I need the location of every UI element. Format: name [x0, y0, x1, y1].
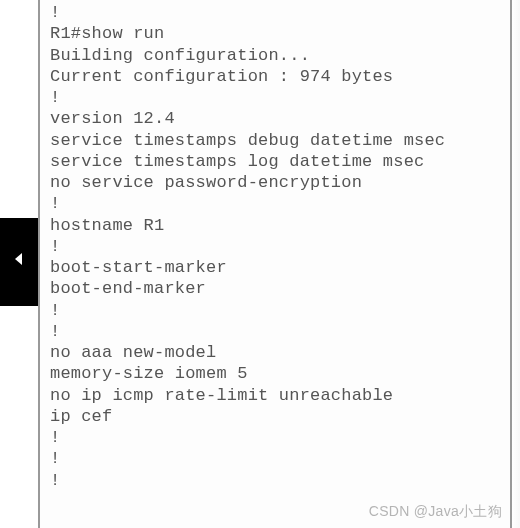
collapse-panel-button[interactable]: [0, 218, 38, 306]
terminal-line: !: [50, 321, 504, 342]
terminal-line: version 12.4: [50, 108, 504, 129]
terminal-output: ! R1#show run Building configuration... …: [38, 0, 512, 528]
terminal-line: no aaa new-model: [50, 342, 504, 363]
terminal-line: service timestamps log datetime msec: [50, 151, 504, 172]
terminal-line: hostname R1: [50, 215, 504, 236]
terminal-line: !: [50, 448, 504, 469]
terminal-line: !: [50, 427, 504, 448]
terminal-line: !: [50, 87, 504, 108]
terminal-line: no ip icmp rate-limit unreachable: [50, 385, 504, 406]
terminal-line: service timestamps debug datetime msec: [50, 130, 504, 151]
terminal-line: R1#show run: [50, 23, 504, 44]
terminal-line: !: [50, 300, 504, 321]
terminal-line: !: [50, 236, 504, 257]
terminal-line: ip cef: [50, 406, 504, 427]
terminal-line: Current configuration : 974 bytes: [50, 66, 504, 87]
terminal-line: no service password-encryption: [50, 172, 504, 193]
terminal-line: Building configuration...: [50, 45, 504, 66]
scrollbar-area[interactable]: [512, 0, 520, 528]
triangle-left-icon: [11, 251, 27, 273]
terminal-line: boot-start-marker: [50, 257, 504, 278]
terminal-line: !: [50, 2, 504, 23]
terminal-line: !: [50, 193, 504, 214]
terminal-line: !: [50, 470, 504, 491]
terminal-line: boot-end-marker: [50, 278, 504, 299]
terminal-line: memory-size iomem 5: [50, 363, 504, 384]
